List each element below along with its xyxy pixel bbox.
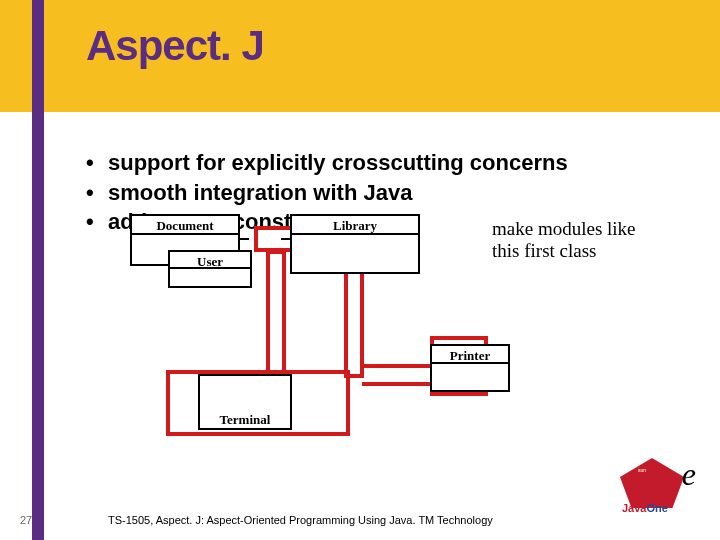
connector (281, 238, 291, 240)
logo-java: Java (622, 502, 646, 514)
footer-text: TS-1505, Aspect. J: Aspect-Oriented Prog… (108, 514, 493, 526)
connector (239, 238, 249, 240)
javaone-logo: sun e JavaOne (620, 458, 692, 520)
logo-pentagon (620, 458, 684, 508)
class-divider (430, 362, 510, 364)
class-divider (290, 233, 420, 235)
class-box-printer: Printer (430, 344, 510, 392)
logo-sun-text: sun (638, 468, 646, 473)
crosscut-diagram: Document Library User Terminal Printer (130, 214, 550, 444)
bullet-text: smooth integration with Java (108, 178, 412, 208)
logo-one: One (646, 502, 667, 514)
left-accent-stripe (32, 0, 44, 540)
slide-title: Aspect. J (86, 22, 264, 70)
class-divider (168, 267, 252, 269)
crosscut-region (266, 250, 286, 378)
class-box-user: User (168, 250, 252, 288)
page-number: 27 (20, 514, 32, 526)
logo-one-glyph: e (682, 456, 696, 493)
class-label: Terminal (220, 412, 271, 428)
crosscut-region (362, 364, 440, 386)
bullet-item: •support for explicitly crosscutting con… (86, 148, 568, 178)
class-box-library: Library (290, 214, 420, 274)
class-label: Library (333, 218, 377, 234)
bullet-text: support for explicitly crosscutting conc… (108, 148, 568, 178)
class-box-terminal: Terminal (198, 374, 292, 430)
logo-wordmark: JavaOne (622, 502, 668, 514)
class-label: Document (156, 218, 213, 234)
class-divider (130, 233, 240, 235)
bullet-item: •smooth integration with Java (86, 178, 568, 208)
